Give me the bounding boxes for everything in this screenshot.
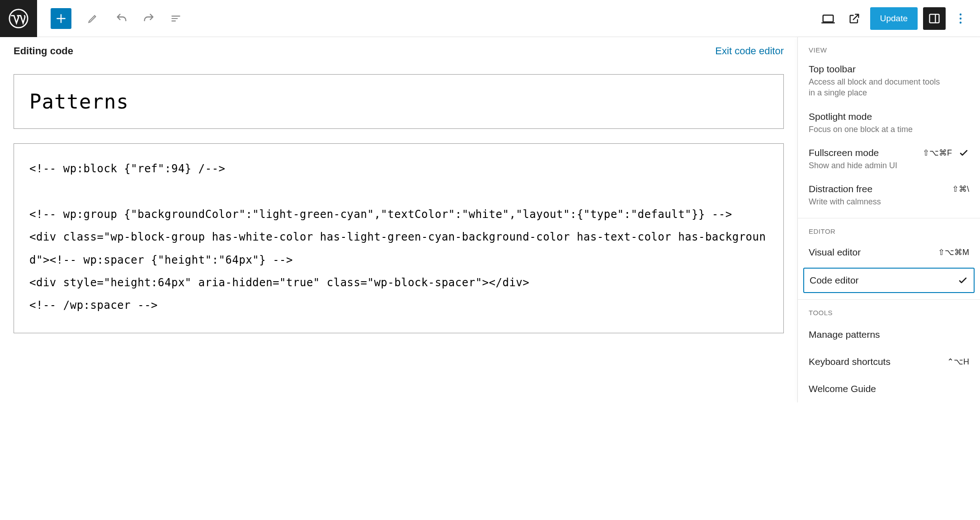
editor-column: Editing code Exit code editor <!-- wp:bl… — [0, 37, 797, 402]
toolbar-right-group: Update — [818, 7, 980, 30]
redo-button[interactable] — [138, 8, 159, 29]
options-menu-button[interactable] — [951, 7, 970, 30]
editing-mode-label: Editing code — [14, 45, 73, 57]
update-button[interactable]: Update — [870, 7, 918, 30]
add-block-button[interactable] — [51, 8, 71, 29]
menu-item-label: Fullscreen mode — [809, 147, 879, 158]
spotlight-mode-option[interactable]: Spotlight mode Focus on one block at a t… — [798, 106, 980, 142]
menu-item-label: Manage patterns — [809, 329, 880, 340]
menu-item-label: Distraction free — [809, 184, 872, 194]
code-editor-option[interactable]: Code editor — [803, 268, 975, 293]
svg-rect-2 — [930, 14, 939, 23]
code-editor-textarea[interactable]: <!-- wp:block {"ref":94} /--> <!-- wp:gr… — [14, 143, 784, 333]
options-dropdown-menu: VIEW Top toolbar Access all block and do… — [797, 37, 980, 402]
editor-section-label: EDITOR — [798, 218, 980, 240]
distraction-free-option[interactable]: Distraction free ⇧⌘\ Write with calmness — [798, 178, 980, 214]
keyboard-shortcut: ⌃⌥H — [947, 357, 969, 367]
keyboard-shortcut: ⇧⌥⌘F — [923, 148, 952, 158]
menu-item-description: Focus on one block at a time — [809, 124, 944, 135]
menu-item-description: Write with calmness — [809, 196, 944, 207]
tools-section-label: TOOLS — [798, 300, 980, 321]
svg-point-4 — [960, 13, 961, 15]
menu-item-label: Welcome Guide — [809, 383, 876, 394]
code-editor-header: Editing code Exit code editor — [14, 45, 784, 57]
menu-item-label: Code editor — [810, 275, 859, 286]
svg-rect-1 — [823, 15, 833, 22]
fullscreen-mode-option[interactable]: Fullscreen mode ⇧⌥⌘F Show and hide admin… — [798, 142, 980, 178]
undo-button[interactable] — [111, 8, 132, 29]
manage-patterns-option[interactable]: Manage patterns — [798, 321, 980, 348]
wordpress-logo[interactable] — [0, 0, 37, 37]
post-title-input[interactable] — [14, 74, 784, 129]
main-content-area: Editing code Exit code editor <!-- wp:bl… — [0, 37, 980, 402]
menu-item-label: Keyboard shortcuts — [809, 356, 890, 367]
edit-icon[interactable] — [82, 8, 103, 29]
check-icon — [958, 147, 969, 158]
top-toolbar: Update — [0, 0, 980, 37]
keyboard-shortcut: ⇧⌥⌘M — [938, 247, 969, 257]
exit-code-editor-link[interactable]: Exit code editor — [715, 45, 784, 57]
menu-item-description: Show and hide admin UI — [809, 160, 944, 171]
view-section-label: VIEW — [798, 37, 980, 58]
view-post-button[interactable] — [844, 8, 865, 29]
keyboard-shortcuts-option[interactable]: Keyboard shortcuts ⌃⌥H — [798, 348, 980, 375]
welcome-guide-option[interactable]: Welcome Guide — [798, 375, 980, 402]
menu-item-label: Visual editor — [809, 247, 861, 258]
settings-sidebar-button[interactable] — [923, 7, 946, 30]
list-view-button[interactable] — [165, 8, 186, 29]
top-toolbar-option[interactable]: Top toolbar Access all block and documen… — [798, 58, 980, 106]
menu-item-description: Access all block and document tools in a… — [809, 76, 944, 99]
check-icon — [957, 275, 968, 286]
preview-device-button[interactable] — [818, 8, 839, 29]
svg-point-5 — [960, 17, 961, 19]
keyboard-shortcut: ⇧⌘\ — [952, 184, 969, 194]
svg-point-6 — [960, 21, 961, 23]
toolbar-left-group — [37, 8, 186, 29]
menu-item-label: Top toolbar — [809, 64, 856, 75]
visual-editor-option[interactable]: Visual editor ⇧⌥⌘M — [798, 240, 980, 265]
menu-item-label: Spotlight mode — [809, 111, 872, 122]
